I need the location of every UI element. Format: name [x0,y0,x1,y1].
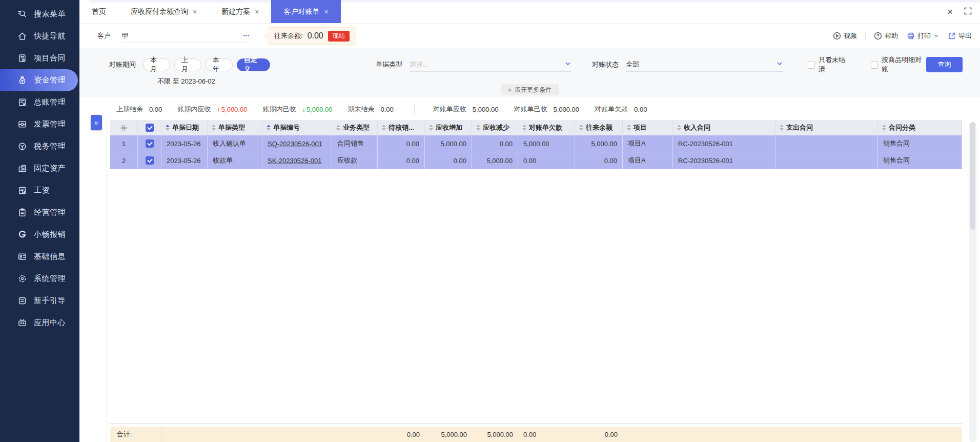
sidebar-item-operation-management[interactable]: 经营管理 [0,202,79,224]
header-increase[interactable]: 应收增加 [425,120,472,135]
sidebar-item-quick-nav[interactable]: 快捷导航 [0,25,79,47]
sidebar-item-search-menu[interactable]: 搜索菜单 [0,3,79,25]
cell-category: 销售合同 [878,152,962,169]
toolbar-actions: 视频 帮助 打印 导出 [833,31,972,41]
sidebar-item-invoice-management[interactable]: 发票管理 [0,113,79,135]
tab-close-icon[interactable]: × [193,8,197,16]
sidebar-item-general-ledger[interactable]: 总账管理 [0,91,79,113]
period-range-text[interactable]: 不限 至 2023-06-02 [157,77,963,86]
by-product-checkbox[interactable]: 按商品明细对账 [871,55,926,74]
doc-no-link[interactable]: SK-20230526-001 [268,157,322,165]
customer-input[interactable]: 甲 ⋯ [122,29,250,43]
sidebar-item-funds-management[interactable]: 资金管理 [0,69,78,91]
sidebar-item-beginner-guide[interactable]: 新手引导 [0,290,79,312]
help-icon [874,32,882,40]
summary-ending-balance: 期末结余 0.00 [348,105,394,114]
tab-label: 首页 [92,7,106,16]
sidebar-item-fixed-assets[interactable]: 固定资产 [0,157,79,179]
table-row[interactable]: 2 2023-05-26 收款单 SK-20230526-001 应收款 0.0… [110,152,962,169]
cell-decrease: 5,000.00 [472,152,518,169]
search-menu-icon [17,9,27,19]
cell-doc-type: 收款单 [208,152,262,169]
balance-label: 往来余额: [274,31,303,41]
table-header-row: 单据日期 单据类型 单据编号 业务类型 待核销... 应收增加 应收减少 对账单… [110,120,962,135]
header-owed[interactable]: 对账单欠款 [518,120,575,135]
customer-picker-ellipsis-icon[interactable]: ⋯ [243,32,250,39]
column-settings-gear-icon[interactable] [110,120,138,135]
fullscreen-icon[interactable] [964,7,972,16]
checkbox-checked-icon[interactable] [146,139,154,148]
doc-type-select[interactable]: 选择... [410,57,571,72]
header-doc-type[interactable]: 单据类型 [208,120,262,135]
close-icon[interactable]: × [947,7,953,16]
query-button[interactable]: 查询 [926,57,963,72]
sidebar-item-salary[interactable]: 工资 [0,179,79,202]
checkbox-unchecked-icon[interactable] [808,61,815,69]
period-this-month[interactable]: 本月 [143,58,170,71]
sort-icon [627,125,631,131]
checkbox-checked-icon[interactable] [146,156,154,165]
footer-increase: 5,000.00 [425,427,472,442]
customer-value: 甲 [122,31,243,41]
cell-expense-contract [775,152,878,169]
cell-pending: 0.00 [378,152,425,169]
header-expense-contract[interactable]: 支出合同 [775,120,878,135]
sidebar-item-tax-management[interactable]: 税务管理 [0,135,79,157]
sidebar-item-label: 系统管理 [34,274,66,284]
row-checkbox[interactable] [138,135,161,152]
tab-close-icon[interactable]: × [255,8,259,16]
tab-customer-statement[interactable]: 客户对账单 × [271,0,340,23]
checkbox-unchecked-icon[interactable] [871,61,878,69]
status-value: 全部 [626,60,775,69]
period-this-year[interactable]: 本年 [206,58,233,71]
unsettled-checkbox[interactable]: 只看未结清 [808,55,850,74]
header-doc-no[interactable]: 单据编号 [262,120,332,135]
select-all-checkbox[interactable] [138,120,161,135]
tab-home[interactable]: 首页 [79,0,118,23]
sidebar-item-project-contract[interactable]: 项目合同 [0,47,79,69]
guide-icon [17,296,27,306]
scrollbar-thumb[interactable] [970,122,975,230]
checkbox-checked-icon[interactable] [146,124,154,132]
header-contract-category[interactable]: 合同分类 [878,120,962,135]
header-decrease[interactable]: 应收减少 [472,120,518,135]
tab-balance-query[interactable]: 应收应付余额查询 × [118,0,209,23]
vertical-scrollbar[interactable] [969,122,976,442]
export-button[interactable]: 导出 [948,31,972,41]
sort-icon [882,125,886,131]
header-balance[interactable]: 往来余额 [575,120,623,135]
tab-label: 客户对账单 [283,7,319,16]
row-checkbox[interactable] [138,152,161,169]
sort-icon [780,125,784,131]
print-dropdown-chevron-icon[interactable] [933,32,939,40]
period-last-month[interactable]: 上月 [174,58,201,71]
header-income-contract[interactable]: 收入合同 [673,120,775,135]
sort-icon [476,125,480,131]
summary-stmt-received: 对账单已收 5,000.00 [514,105,579,114]
cell-balance: 5,000.00 [575,135,623,152]
app-window: 搜索菜单 快捷导航 项目合同 资金管理 总账管理 发票管理 税务管理 固定资产 [0,0,980,442]
header-pending[interactable]: 待核销... [378,120,425,135]
tab-label: 新建方案 [221,7,250,16]
table-row[interactable]: 1 2023-05-26 收入确认单 SQ-20230526-001 合同销售 … [110,135,962,152]
cell-doc-type: 收入确认单 [208,135,262,152]
video-button[interactable]: 视频 [833,31,857,41]
doc-no-link[interactable]: SQ-20230526-001 [268,140,322,148]
header-project[interactable]: 项目 [623,120,673,135]
period-custom[interactable]: 自定义 [237,58,270,71]
header-doc-date[interactable]: 单据日期 [161,120,208,135]
help-button[interactable]: 帮助 [874,31,898,41]
footer-owed: 0.00 [518,427,575,442]
sidebar-item-base-info[interactable]: 基础信息 [0,246,79,268]
tab-close-icon[interactable]: × [324,8,328,16]
sidebar-item-system-management[interactable]: 系统管理 [0,268,79,290]
sidebar-item-xiaochang-expense[interactable]: 小畅报销 [0,224,79,246]
tab-new-plan[interactable]: 新建方案 × [209,0,271,23]
print-button[interactable]: 打印 [907,31,939,41]
sidebar-item-app-center[interactable]: 应用中心 [0,312,79,334]
sort-icon [677,125,681,131]
header-biz-type[interactable]: 业务类型 [332,120,378,135]
expand-panel-button[interactable]: » [91,115,102,130]
expand-more-button[interactable]: » 展开更多条件 [501,84,559,95]
status-select[interactable]: 全部 [626,57,783,72]
